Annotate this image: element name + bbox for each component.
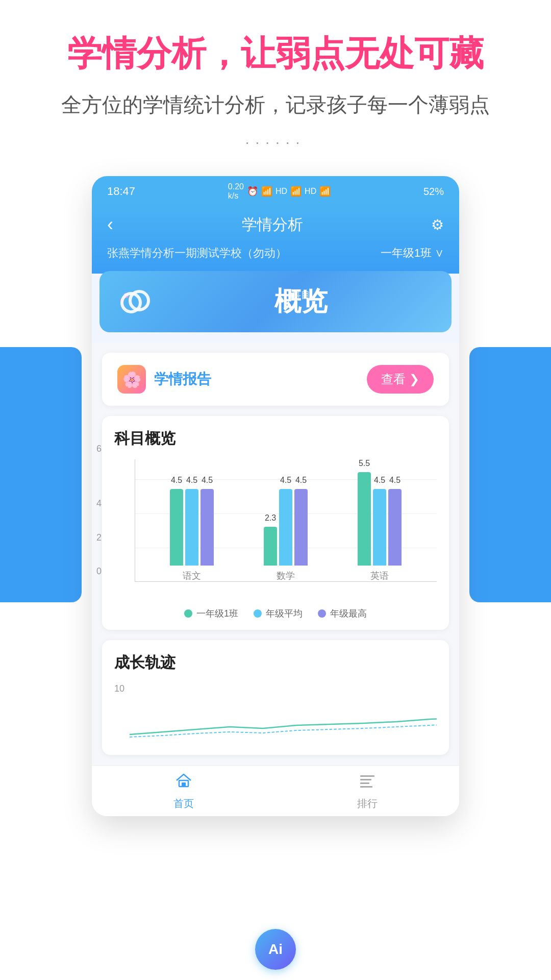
bar-yuwen-blue: 4.5	[185, 489, 198, 566]
svg-rect-6	[360, 775, 374, 777]
growth-y-max: 10	[114, 683, 124, 694]
legend-dot-max	[318, 609, 326, 618]
chart-legend: 一年级1班 年级平均 年级最高	[114, 607, 437, 620]
legend-item-avg: 年级平均	[254, 607, 303, 620]
growth-section: 成长轨迹 10	[102, 640, 449, 755]
header-nav: ‹ 学情分析 ⚙	[107, 214, 444, 235]
signal-icon: 📶	[290, 186, 302, 197]
class-selector[interactable]: 一年级1班 ∨	[381, 246, 444, 261]
svg-rect-5	[182, 782, 186, 787]
report-card: 🌸 学情报告 查看 ❯	[102, 353, 449, 406]
bar-shuxue-purple: 4.5	[294, 489, 308, 566]
subject-card[interactable]: 科目 概览	[99, 271, 452, 332]
nav-item-ranking[interactable]: 排行	[276, 766, 459, 816]
bar-group-yuwen: 4.5 4.5 4.5 语文	[170, 489, 214, 582]
view-btn-label: 查看 ❯	[381, 371, 419, 387]
promo-section: 学情分析，让弱点无处可藏 全方位的学情统计分析，记录孩子每一个薄弱点 ·····…	[0, 0, 551, 176]
bar-chart: 6 4 2 0	[114, 459, 437, 602]
home-icon	[174, 771, 193, 794]
chart-title: 科目概览	[114, 428, 437, 449]
bar-value-yuwen-green: 4.5	[171, 476, 182, 485]
report-title: 学情报告	[154, 370, 211, 389]
bar-label-yingyu: 英语	[370, 570, 389, 582]
bar-value-yingyu-purple: 4.5	[389, 476, 400, 485]
bar-value-yuwen-purple: 4.5	[202, 476, 213, 485]
bar-group-yingyu: 5.5 4.5 4.5 英语	[358, 472, 402, 582]
legend-label-max: 年级最高	[330, 607, 367, 620]
phone-mockup: 18:47 0.20k/s ⏰ 📶 HD 📶 HD 📶 52% ‹ 学情分析 ⚙…	[92, 176, 459, 816]
bar-value-yingyu-green: 5.5	[359, 459, 370, 468]
bar-yuwen-purple: 4.5	[201, 489, 214, 566]
hd-label: HD	[276, 187, 287, 196]
bar-group-bars-yingyu: 5.5 4.5 4.5	[358, 472, 402, 566]
main-content: 🌸 学情报告 查看 ❯ 科目概览 6 4 2 0	[92, 342, 459, 816]
y-label-0: 0	[96, 566, 102, 577]
ai-bottom-area: Ai	[255, 929, 296, 970]
back-button[interactable]: ‹	[107, 214, 113, 235]
promo-title: 学情分析，让弱点无处可藏	[20, 31, 531, 76]
bar-group-bars-shuxue: 2.3 4.5 4.5	[264, 489, 308, 566]
signal2-icon: 📶	[319, 186, 331, 197]
subject-icon	[115, 281, 156, 322]
bars-container: 4.5 4.5 4.5 语文	[135, 459, 437, 582]
promo-subtitle: 全方位的学情统计分析，记录孩子每一个薄弱点	[20, 91, 531, 119]
school-row: 张燕学情分析一期测试学校（勿动） 一年级1班 ∨	[107, 246, 444, 261]
bar-group-bars-yuwen: 4.5 4.5 4.5	[170, 489, 214, 566]
ranking-icon	[358, 771, 377, 794]
legend-item-max: 年级最高	[318, 607, 367, 620]
nav-label-ranking: 排行	[357, 797, 378, 811]
legend-dot-class	[184, 609, 192, 618]
status-time: 18:47	[107, 185, 135, 198]
bar-value-yuwen-blue: 4.5	[186, 476, 197, 485]
bar-yingyu-green: 5.5	[358, 472, 371, 566]
wifi-icon: 📶	[261, 186, 272, 197]
alarm-icon: ⏰	[247, 186, 258, 197]
settings-button[interactable]: ⚙	[431, 216, 444, 233]
y-label-4: 4	[96, 498, 102, 509]
legend-label-class: 一年级1班	[196, 607, 238, 620]
svg-rect-9	[360, 786, 372, 788]
bar-label-shuxue: 数学	[277, 570, 295, 582]
growth-title: 成长轨迹	[114, 652, 437, 673]
chart-section: 科目概览 6 4 2 0	[102, 416, 449, 630]
status-icons: 0.20k/s ⏰ 📶 HD 📶 HD 📶	[228, 182, 331, 201]
page-title: 学情分析	[242, 214, 303, 235]
blue-bg-right	[469, 347, 551, 602]
battery-indicator: 52%	[423, 186, 444, 198]
legend-label-avg: 年级平均	[266, 607, 303, 620]
bar-shuxue-blue: 4.5	[279, 489, 292, 566]
hd2-label: HD	[305, 187, 316, 196]
y-label-2: 2	[96, 532, 102, 543]
bar-yuwen-green: 4.5	[170, 489, 183, 566]
svg-rect-7	[360, 779, 371, 780]
bar-value-shuxue-green: 2.3	[265, 513, 276, 523]
report-icon: 🌸	[117, 365, 146, 394]
bar-label-yuwen: 语文	[183, 570, 201, 582]
bar-value-yingyu-blue: 4.5	[374, 476, 385, 485]
bar-value-shuxue-purple: 4.5	[295, 476, 307, 485]
ai-button[interactable]: Ai	[255, 929, 296, 970]
y-label-6: 6	[96, 444, 102, 454]
view-report-button[interactable]: 查看 ❯	[367, 365, 434, 394]
bar-yingyu-purple: 4.5	[388, 489, 402, 566]
report-left: 🌸 学情报告	[117, 365, 211, 394]
dots-decoration: ······	[20, 134, 531, 151]
app-header: ‹ 学情分析 ⚙ 张燕学情分析一期测试学校（勿动） 一年级1班 ∨	[92, 204, 459, 274]
growth-chart: 10	[114, 683, 437, 745]
bar-group-shuxue: 2.3 4.5 4.5 数学	[264, 489, 308, 582]
bar-shuxue-green: 2.3	[264, 527, 277, 566]
svg-rect-8	[360, 782, 369, 784]
legend-dot-avg	[254, 609, 262, 618]
school-name: 张燕学情分析一期测试学校（勿动）	[107, 246, 287, 261]
status-bar: 18:47 0.20k/s ⏰ 📶 HD 📶 HD 📶 52%	[92, 176, 459, 204]
bar-value-shuxue-blue: 4.5	[280, 476, 291, 485]
nav-label-home: 首页	[173, 797, 194, 811]
subject-label: 科目	[292, 289, 310, 301]
bar-yingyu-blue: 4.5	[373, 489, 386, 566]
blue-bg-left	[0, 347, 82, 602]
legend-item-class: 一年级1班	[184, 607, 238, 620]
network-info: 0.20k/s	[228, 182, 244, 201]
nav-item-home[interactable]: 首页	[92, 766, 276, 816]
bottom-nav: 首页 排行	[92, 765, 459, 816]
